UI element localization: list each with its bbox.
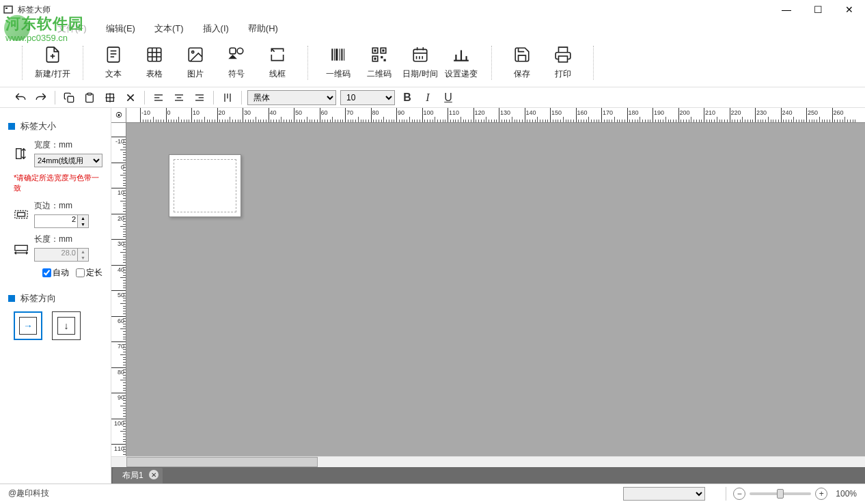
label-size-section: 标签大小: [8, 120, 102, 132]
app-icon: [3, 4, 14, 15]
symbol-icon: [227, 45, 246, 64]
delete-button[interactable]: [122, 89, 139, 106]
svg-rect-31: [384, 59, 386, 61]
svg-rect-65: [15, 210, 27, 218]
text-doc-icon: [104, 45, 123, 64]
margin-down[interactable]: ▼: [78, 221, 88, 227]
horizontal-ruler: -100102030405060708090100110120130140150…: [126, 108, 865, 123]
text-button[interactable]: 文本: [94, 42, 133, 83]
length-up[interactable]: ▲: [78, 249, 88, 255]
doc-tab-1[interactable]: 布局1 ✕: [113, 468, 163, 484]
statusbar: @趣印科技 − + 100%: [0, 484, 865, 503]
increment-button[interactable]: 设置递变: [442, 42, 480, 83]
symbol-button[interactable]: 符号: [217, 42, 256, 83]
maximize-button[interactable]: ☐: [802, 0, 834, 19]
menu-file[interactable]: 文件(F): [48, 20, 96, 38]
orient-horizontal-button[interactable]: →: [14, 311, 42, 340]
italic-button[interactable]: I: [420, 89, 436, 106]
h-scrollbar[interactable]: [111, 456, 865, 467]
label-printable-area: [174, 159, 236, 212]
font-size-select[interactable]: 10: [340, 90, 395, 105]
titlebar: 标签大师 — ☐ ✕: [0, 0, 865, 19]
svg-rect-63: [16, 148, 21, 158]
length-down[interactable]: ▼: [78, 255, 88, 261]
label-orient-section: 标签方向: [8, 292, 102, 305]
calendar-icon: [411, 45, 430, 64]
copy-button[interactable]: [61, 89, 77, 106]
status-combo[interactable]: [623, 487, 705, 501]
barcode1d-button[interactable]: 一维码: [319, 42, 357, 83]
vertical-text-button[interactable]: [219, 89, 236, 106]
copyright-text: @趣印科技: [8, 488, 623, 499]
image-button[interactable]: 图片: [176, 42, 215, 83]
fixed-checkbox[interactable]: 定长: [76, 267, 102, 279]
zoom-level-label: 100%: [836, 489, 857, 499]
menu-edit[interactable]: 编辑(E): [96, 20, 145, 38]
frame-button[interactable]: 线框: [258, 42, 297, 83]
menu-help[interactable]: 帮助(H): [238, 20, 288, 38]
zoom-thumb[interactable]: [777, 489, 784, 499]
align-right-button[interactable]: [191, 89, 208, 106]
svg-rect-0: [4, 6, 12, 13]
vertical-ruler: -100102030405060708090100110: [111, 123, 126, 456]
format-toolbar: 黑体 10 B I U: [0, 87, 865, 108]
svg-point-16: [237, 48, 243, 54]
margin-label: 页边：mm: [34, 200, 102, 212]
main-toolbar: 新建/打开 文本 表格 图片 符号 线框 一维码 二维码 日期/时间 设置递变 …: [0, 38, 865, 87]
save-icon: [512, 45, 532, 64]
width-warning: *请确定所选宽度与色带一致: [14, 173, 102, 193]
canvas-area: ⦿ -1001020304050607080901001101201301401…: [111, 108, 865, 484]
zoom-in-button[interactable]: +: [815, 488, 827, 500]
margin-up[interactable]: ▲: [78, 215, 88, 221]
frame-icon: [268, 45, 287, 64]
menubar: 文件(F) 编辑(E) 文本(T) 插入(I) 帮助(H): [0, 19, 865, 38]
close-button[interactable]: ✕: [834, 0, 865, 19]
doc-tab-label: 布局1: [122, 471, 143, 480]
qrcode-icon: [370, 45, 389, 64]
svg-rect-8: [148, 48, 161, 61]
svg-rect-15: [230, 48, 236, 54]
save-button[interactable]: 保存: [503, 42, 541, 83]
menu-text[interactable]: 文本(T): [145, 20, 193, 38]
svg-rect-27: [382, 49, 384, 51]
plus-file-icon: [43, 45, 62, 64]
width-select[interactable]: 24mm(线缆用: [34, 154, 102, 167]
svg-rect-25: [374, 49, 376, 51]
print-button[interactable]: 打印: [544, 42, 582, 83]
width-icon: [14, 146, 29, 161]
paste-button[interactable]: [81, 89, 98, 106]
print-icon: [553, 45, 573, 64]
align-center-button[interactable]: [171, 89, 187, 106]
align-left-button[interactable]: [150, 89, 167, 106]
zoom-out-button[interactable]: −: [733, 488, 745, 500]
svg-rect-45: [87, 93, 91, 95]
ruler-corner[interactable]: ⦿: [111, 108, 126, 123]
label-artboard[interactable]: [169, 154, 241, 217]
auto-checkbox[interactable]: 自动: [42, 267, 69, 279]
svg-rect-32: [413, 49, 427, 61]
font-family-select[interactable]: 黑体: [247, 90, 336, 105]
svg-rect-4: [107, 47, 119, 62]
zoom-slider[interactable]: [750, 492, 811, 495]
margin-icon: [14, 207, 29, 222]
svg-rect-43: [559, 56, 568, 62]
undo-button[interactable]: [12, 89, 29, 106]
canvas-viewport[interactable]: [126, 123, 865, 456]
bold-button[interactable]: B: [399, 89, 415, 106]
sidebar: 标签大小 宽度：mm 24mm(线缆用 *请确定所选宽度与色带一致 页边：mm …: [0, 108, 111, 484]
table-button[interactable]: 表格: [135, 42, 174, 83]
underline-button[interactable]: U: [440, 89, 456, 106]
minimize-button[interactable]: —: [771, 0, 802, 19]
barcode2d-button[interactable]: 二维码: [360, 42, 398, 83]
margin-input[interactable]: 2▲▼: [34, 214, 89, 228]
cut-button[interactable]: [102, 89, 118, 106]
redo-button[interactable]: [33, 89, 49, 106]
datetime-button[interactable]: 日期/时间: [401, 42, 439, 83]
length-label: 长度：mm: [34, 234, 102, 245]
svg-rect-29: [374, 57, 376, 59]
new-open-button[interactable]: 新建/打开: [33, 42, 72, 83]
table-icon: [145, 45, 164, 64]
tab-close-icon[interactable]: ✕: [149, 470, 159, 479]
menu-insert[interactable]: 插入(I): [193, 20, 238, 38]
orient-vertical-button[interactable]: ↓: [52, 311, 81, 340]
